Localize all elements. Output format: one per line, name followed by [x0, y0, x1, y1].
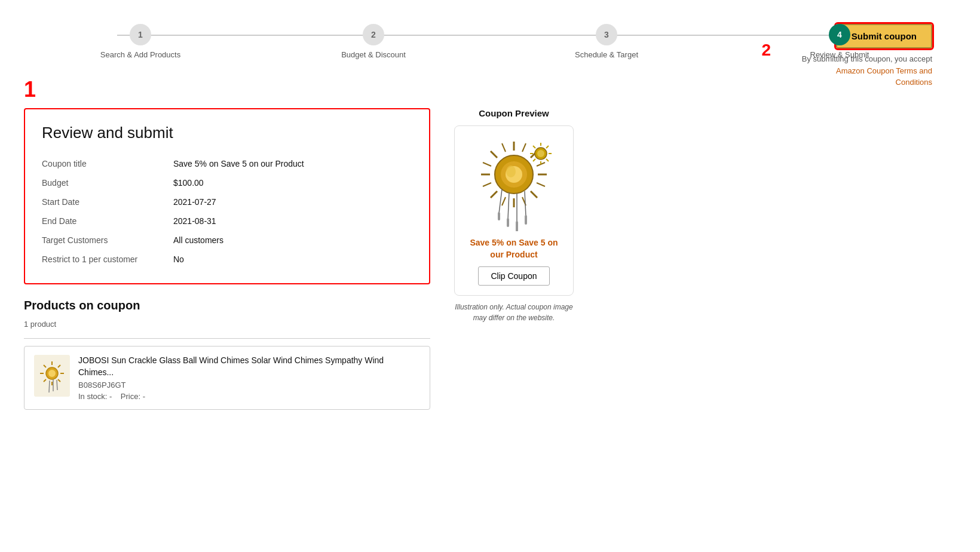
- coupon-product-title: Save 5% on Save 5 on our Product: [464, 237, 564, 260]
- step-4: 4 Review & Submit: [723, 24, 956, 59]
- step-1-circle: 1: [130, 24, 151, 45]
- review-label-start-date: Start Date: [42, 197, 173, 207]
- svg-line-26: [483, 183, 491, 186]
- step-4-label: Review & Submit: [810, 50, 869, 59]
- svg-line-23: [537, 183, 545, 186]
- svg-line-3: [58, 379, 60, 382]
- review-value-budget: $100.00: [173, 178, 204, 188]
- step-2: 2 Budget & Discount: [257, 24, 490, 59]
- step-1-label: Search & Add Products: [100, 50, 180, 59]
- step-3: 3 Schedule & Target: [490, 24, 723, 59]
- svg-rect-40: [498, 212, 500, 220]
- review-box: Review and submit Coupon title Save 5% o…: [24, 108, 430, 284]
- coupon-disclaimer: Illustration only. Actual coupon image m…: [454, 302, 574, 323]
- review-label-target-customers: Target Customers: [42, 235, 173, 245]
- product-count: 1 product: [24, 320, 430, 329]
- product-info: JOBOSI Sun Crackle Glass Ball Wind Chime…: [78, 355, 420, 401]
- review-value-start-date: 2021-07-27: [173, 197, 216, 207]
- svg-line-42: [546, 146, 549, 148]
- review-label-coupon-title: Coupon title: [42, 159, 173, 168]
- svg-line-28: [502, 143, 506, 152]
- products-title: Products on coupon: [24, 299, 430, 312]
- svg-line-18: [491, 191, 497, 198]
- review-row-target-customers: Target Customers All customers: [42, 231, 412, 250]
- svg-line-5: [44, 379, 46, 382]
- review-row-start-date: Start Date 2021-07-27: [42, 192, 412, 211]
- product-name: JOBOSI Sun Crackle Glass Ball Wind Chime…: [78, 355, 420, 378]
- svg-line-35: [525, 191, 526, 216]
- terms-link[interactable]: Amazon Coupon Terms and Conditions: [836, 66, 932, 87]
- step-4-circle: 4: [829, 24, 850, 45]
- review-title: Review and submit: [42, 124, 412, 142]
- step-3-label: Schedule & Target: [575, 50, 638, 59]
- svg-line-11: [49, 381, 50, 392]
- product-count-area: 1 product: [24, 320, 430, 339]
- step-3-circle: 3: [596, 24, 617, 45]
- review-label-end-date: End Date: [42, 216, 173, 226]
- review-row-coupon-title: Coupon title Save 5% on Save 5 on our Pr…: [42, 154, 412, 173]
- review-value-target-customers: All customers: [173, 235, 223, 245]
- coupon-image-area: [469, 136, 559, 231]
- svg-rect-38: [507, 218, 509, 227]
- svg-rect-39: [525, 215, 527, 225]
- svg-line-48: [533, 146, 535, 148]
- product-thumbnail: [34, 355, 70, 397]
- review-value-coupon-title: Save 5% on Save 5 on our Product: [173, 159, 304, 168]
- svg-point-9: [48, 370, 56, 377]
- svg-line-16: [531, 191, 537, 198]
- coupon-preview-image: [469, 136, 559, 231]
- price-label: Price: -: [121, 392, 145, 401]
- svg-point-32: [506, 165, 516, 177]
- right-panel: Coupon Preview: [454, 108, 574, 410]
- product-image: [36, 357, 69, 395]
- coupon-preview-title: Coupon Preview: [454, 108, 574, 118]
- step-2-label: Budget & Discount: [341, 50, 406, 59]
- svg-line-36: [499, 189, 502, 213]
- svg-line-25: [502, 197, 506, 206]
- product-card: JOBOSI Sun Crackle Glass Ball Wind Chime…: [24, 346, 430, 410]
- review-label-restrict: Restrict to 1 per customer: [42, 254, 173, 264]
- review-row-restrict: Restrict to 1 per customer No: [42, 250, 412, 269]
- review-row-budget: Budget $100.00: [42, 173, 412, 192]
- svg-line-27: [483, 162, 491, 166]
- svg-rect-37: [516, 221, 518, 231]
- left-panel: Review and submit Coupon title Save 5% o…: [24, 108, 430, 410]
- review-value-restrict: No: [173, 254, 184, 264]
- svg-line-21: [522, 143, 526, 152]
- svg-line-12: [57, 380, 57, 390]
- review-label-budget: Budget: [42, 178, 173, 188]
- svg-line-20: [491, 151, 497, 158]
- step-2-circle: 2: [363, 24, 384, 45]
- step-1: 1 Search & Add Products: [24, 24, 257, 59]
- review-row-end-date: End Date 2021-08-31: [42, 211, 412, 231]
- product-stock: In stock: - Price: -: [78, 392, 420, 401]
- clip-coupon-button[interactable]: Clip Coupon: [478, 266, 549, 286]
- svg-line-7: [44, 365, 46, 367]
- stock-label: In stock: -: [78, 392, 112, 401]
- svg-point-50: [537, 150, 544, 157]
- svg-line-34: [508, 192, 509, 219]
- product-asin: B08S6PJ6GT: [78, 381, 420, 390]
- svg-line-44: [546, 159, 549, 161]
- svg-line-1: [58, 365, 60, 367]
- review-value-end-date: 2021-08-31: [173, 216, 216, 226]
- svg-line-46: [533, 159, 535, 161]
- coupon-preview-card: Save 5% on Save 5 on our Product Clip Co…: [454, 125, 574, 296]
